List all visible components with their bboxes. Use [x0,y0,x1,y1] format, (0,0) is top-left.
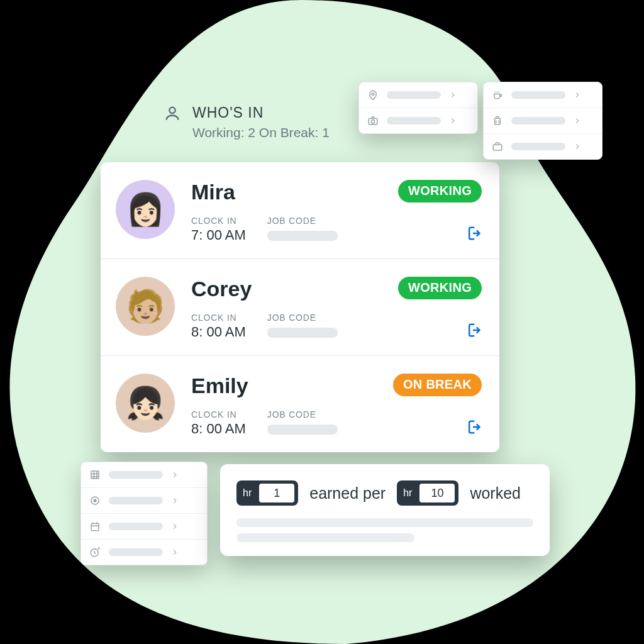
text-placeholder [236,533,414,542]
svg-point-8 [94,499,96,502]
avatar: 👩🏻 [116,180,175,239]
employee-row[interactable]: 👩🏻MiraCLOCK IN7: 00 AMJOB CODEWORKING [101,162,499,259]
briefcase-icon [491,140,504,153]
text-placeholder [387,91,441,99]
svg-rect-5 [493,145,502,150]
chevron-right-icon [170,470,179,479]
earned-stepper[interactable]: hr 1 [236,480,298,506]
popover-item-camera[interactable] [359,108,477,133]
calendar-icon [89,520,101,533]
job-code-label: JOB CODE [267,216,338,226]
logout-icon[interactable] [464,321,482,339]
popover-item-location[interactable] [359,82,477,108]
job-code-placeholder [267,231,338,241]
text-placeholder [109,523,163,530]
luggage-icon [491,114,504,127]
chevron-right-icon [170,522,179,531]
svg-point-3 [371,120,374,123]
status-badge: WORKING [398,277,482,299]
status-badge: WORKING [398,180,482,203]
logout-icon[interactable] [464,225,482,242]
worked-stepper[interactable]: hr 10 [397,480,458,506]
popover-item-luggage[interactable] [484,108,602,134]
chevron-right-icon [170,496,179,505]
svg-rect-9 [91,524,99,531]
popover-item-add-time[interactable] [81,540,207,565]
header-counts: Working: 2 On Break: 1 [192,125,330,140]
worked-label: worked [470,484,521,502]
target-icon [89,494,101,507]
chevron-right-icon [573,116,582,125]
text-placeholder [511,91,565,99]
employee-list-card: 👩🏻MiraCLOCK IN7: 00 AMJOB CODEWORKING🧑🏼C… [101,162,499,452]
avatar: 🧑🏼 [116,277,175,336]
popover-location [358,82,478,134]
popover-item-calendar[interactable] [81,514,207,540]
popover-item-briefcase[interactable] [484,134,602,159]
svg-point-0 [169,108,175,113]
chevron-right-icon [448,116,457,125]
avatar: 👧🏻 [116,374,175,433]
job-code-label: JOB CODE [267,409,338,419]
text-placeholder [511,143,565,150]
clock-in-label: CLOCK IN [191,313,246,323]
job-code-label: JOB CODE [267,313,338,323]
worked-value[interactable]: 10 [418,482,456,504]
clock-in-value: 7: 00 AM [191,227,246,243]
earned-label: earned per [309,484,386,502]
text-placeholder [109,497,163,504]
grid-icon [89,469,101,481]
add-time-icon [89,546,101,558]
accrual-rule-card: hr 1 earned per hr 10 worked [220,464,550,556]
person-icon [164,104,181,122]
job-code-placeholder [267,425,338,435]
popover-break-types [483,82,602,160]
text-placeholder [109,548,163,556]
clock-in-value: 8: 00 AM [191,421,246,437]
chevron-right-icon [573,91,582,99]
chevron-right-icon [448,91,457,99]
popover-item-coffee[interactable] [484,82,602,108]
whos-in-header: WHO'S IN Working: 2 On Break: 1 [164,104,330,140]
svg-rect-6 [91,471,99,479]
text-placeholder [236,518,533,527]
svg-rect-2 [369,118,377,125]
logout-icon[interactable] [464,418,482,436]
popover-schedule [80,462,208,565]
popover-item-grid[interactable] [81,462,207,488]
status-badge: ON BREAK [393,374,482,396]
employee-row[interactable]: 🧑🏼CoreyCLOCK IN8: 00 AMJOB CODEWORKING [101,259,499,356]
employee-row[interactable]: 👧🏻EmilyCLOCK IN8: 00 AMJOB CODEON BREAK [101,356,499,452]
job-code-placeholder [267,328,338,338]
text-placeholder [109,471,163,479]
svg-point-1 [372,93,374,96]
coffee-icon [491,89,504,101]
clock-in-label: CLOCK IN [191,409,246,419]
clock-in-value: 8: 00 AM [191,324,246,340]
chevron-right-icon [573,142,582,151]
clock-in-label: CLOCK IN [191,216,246,226]
text-placeholder [387,117,441,125]
svg-rect-4 [495,118,501,125]
location-icon [367,89,379,101]
earned-value[interactable]: 1 [258,482,296,504]
text-placeholder [511,117,565,125]
camera-icon [367,114,379,127]
chevron-right-icon [170,548,179,557]
header-title: WHO'S IN [192,104,330,121]
popover-item-target[interactable] [81,488,207,514]
